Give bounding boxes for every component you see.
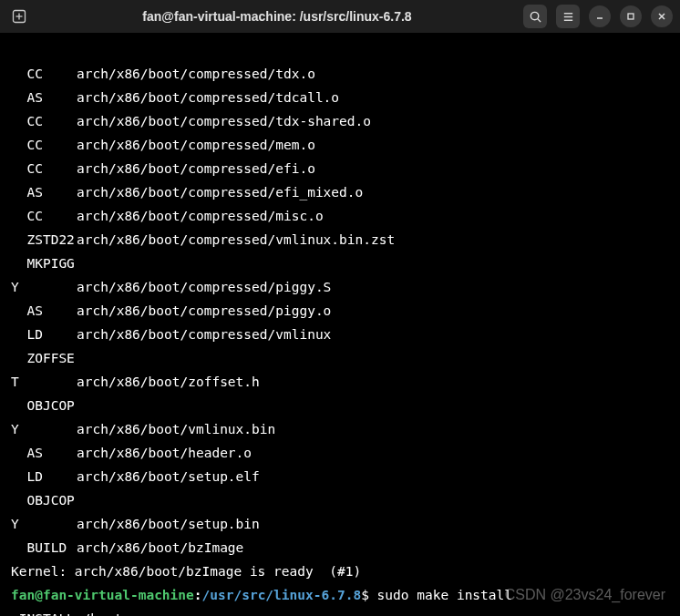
build-path: arch/x86/boot/compressed/vmlinux (77, 327, 331, 342)
build-line: OBJCOPYarch/x86/boot/vmlinux.bin (11, 394, 669, 441)
build-line: BUILDarch/x86/boot/bzImage (11, 536, 669, 560)
titlebar-left (7, 5, 31, 28)
output-line: INSTALL /boot (11, 607, 669, 616)
close-button[interactable] (651, 5, 673, 27)
build-line: CCarch/x86/boot/compressed/tdx.o (11, 62, 669, 86)
build-path: arch/x86/boot/compressed/efi_mixed.o (77, 185, 363, 200)
build-stage: MKPIGGY (11, 252, 77, 299)
build-line: CCarch/x86/boot/compressed/mem.o (11, 133, 669, 157)
build-path: arch/x86/boot/bzImage (77, 540, 243, 555)
build-line: ASarch/x86/boot/compressed/tdcall.o (11, 86, 669, 109)
build-path: arch/x86/boot/setup.bin (77, 517, 260, 531)
build-path: arch/x86/boot/vmlinux.bin (77, 422, 275, 436)
terminal-content[interactable]: CCarch/x86/boot/compressed/tdx.o ASarch/… (0, 33, 680, 616)
build-output: CCarch/x86/boot/compressed/tdx.o ASarch/… (11, 62, 669, 560)
build-path: arch/x86/boot/compressed/tdcall.o (77, 90, 339, 105)
build-line: ASarch/x86/boot/compressed/piggy.o (11, 299, 669, 323)
build-line: CCarch/x86/boot/compressed/misc.o (11, 204, 669, 228)
build-line: LDarch/x86/boot/compressed/vmlinux (11, 323, 669, 346)
search-button[interactable] (523, 5, 547, 28)
search-icon (529, 10, 542, 24)
prompt-dollar: $ (361, 588, 376, 602)
build-path: arch/x86/boot/compressed/vmlinux.bin.zst (77, 232, 395, 247)
build-stage: AS (11, 86, 77, 109)
build-line: OBJCOPYarch/x86/boot/setup.bin (11, 488, 669, 536)
prompt-command: sudo make install (377, 588, 512, 602)
maximize-icon (626, 12, 635, 21)
build-line: MKPIGGYarch/x86/boot/compressed/piggy.S (11, 252, 669, 299)
build-path: arch/x86/boot/compressed/mem.o (77, 138, 315, 152)
build-path: arch/x86/boot/compressed/efi.o (77, 161, 315, 176)
hamburger-icon (562, 10, 575, 24)
prompt-line: fan@fan-virtual-machine:/usr/src/linux-6… (11, 583, 669, 607)
build-stage: CC (11, 62, 77, 86)
build-path: arch/x86/boot/header.o (77, 446, 252, 460)
build-path: arch/x86/boot/compressed/tdx-shared.o (77, 114, 371, 128)
build-path: arch/x86/boot/compressed/piggy.o (77, 303, 331, 318)
build-stage: LD (11, 465, 77, 488)
build-stage: BUILD (11, 536, 77, 560)
build-stage: CC (11, 204, 77, 228)
build-line: ASarch/x86/boot/compressed/efi_mixed.o (11, 180, 669, 204)
svg-point-3 (531, 12, 538, 19)
build-path: arch/x86/boot/setup.elf (77, 469, 260, 484)
svg-line-4 (537, 18, 540, 21)
build-stage: CC (11, 109, 77, 133)
build-stage: AS (11, 441, 77, 465)
prompt-colon: : (194, 588, 202, 602)
build-line: LDarch/x86/boot/setup.elf (11, 465, 669, 488)
prompt-path: /usr/src/linux-6.7.8 (202, 588, 362, 602)
build-path: arch/x86/boot/compressed/tdx.o (77, 67, 315, 81)
minimize-button[interactable] (589, 5, 611, 27)
build-line: CCarch/x86/boot/compressed/efi.o (11, 157, 669, 180)
window-title: fan@fan-virtual-machine: /usr/src/linux-… (38, 9, 516, 24)
titlebar: fan@fan-virtual-machine: /usr/src/linux-… (0, 0, 680, 33)
svg-rect-9 (628, 14, 634, 19)
build-stage: AS (11, 299, 77, 323)
build-stage: AS (11, 180, 77, 204)
titlebar-right (523, 5, 673, 28)
build-path: arch/x86/boot/compressed/piggy.S (77, 280, 331, 294)
build-stage: ZSTD22 (11, 228, 77, 252)
new-tab-icon (11, 8, 27, 25)
build-stage: CC (11, 157, 77, 180)
build-path: arch/x86/boot/compressed/misc.o (77, 209, 324, 223)
build-stage: OBJCOPY (11, 488, 77, 536)
build-stage: CC (11, 133, 77, 157)
prompt-user: fan@fan-virtual-machine (11, 588, 194, 602)
build-line: CCarch/x86/boot/compressed/tdx-shared.o (11, 109, 669, 133)
new-tab-button[interactable] (7, 5, 31, 28)
build-line: ZOFFSETarch/x86/boot/zoffset.h (11, 346, 669, 394)
build-line: ZSTD22arch/x86/boot/compressed/vmlinux.b… (11, 228, 669, 252)
build-stage: LD (11, 323, 77, 346)
maximize-button[interactable] (620, 5, 642, 27)
post-install-output: INSTALL /bootrun-parts: executing /etc/k… (11, 607, 669, 616)
build-stage: OBJCOPY (11, 394, 77, 441)
kernel-ready-line: Kernel: arch/x86/boot/bzImage is ready (… (11, 560, 669, 583)
menu-button[interactable] (556, 5, 580, 28)
build-path: arch/x86/boot/zoffset.h (77, 375, 260, 389)
build-line: ASarch/x86/boot/header.o (11, 441, 669, 465)
close-icon (657, 12, 666, 21)
minimize-icon (595, 12, 604, 21)
build-stage: ZOFFSET (11, 346, 77, 394)
